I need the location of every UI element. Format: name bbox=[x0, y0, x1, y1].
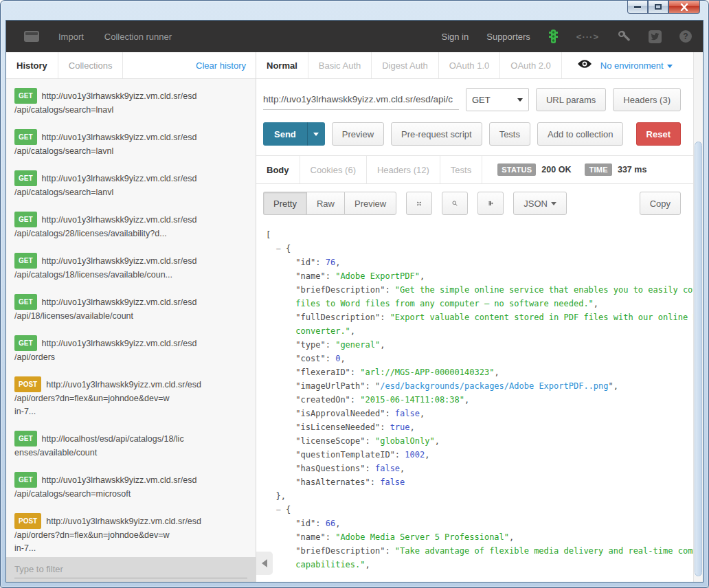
supporters-button[interactable]: Supporters bbox=[486, 32, 530, 42]
send-button[interactable]: Send bbox=[263, 122, 307, 146]
code-line: "hasQuestions": false, bbox=[266, 462, 690, 475]
code-line: "licenseScope": "globalOnly", bbox=[266, 434, 690, 448]
wrench-icon[interactable] bbox=[617, 30, 631, 43]
tab-collections[interactable]: Collections bbox=[58, 52, 124, 78]
format-icon bbox=[488, 198, 493, 209]
maximize-button[interactable] bbox=[648, 1, 668, 14]
method-badge: GET bbox=[14, 170, 37, 186]
traffic-light-icon[interactable] bbox=[548, 29, 559, 44]
code-line: "briefDescription": "Get the simple onli… bbox=[266, 283, 690, 297]
close-button[interactable] bbox=[668, 1, 700, 14]
history-item[interactable]: GEThttp://localhost/esd/api/catalogs/18/… bbox=[6, 425, 256, 466]
format-select[interactable]: JSON bbox=[513, 192, 567, 215]
response-tabs: Body Cookies (6) Headers (12) Tests STAT… bbox=[256, 156, 693, 184]
method-badge: GET bbox=[14, 253, 37, 269]
code-line: "questionTemplateID": 1002, bbox=[266, 448, 690, 462]
sign-in-button[interactable]: Sign in bbox=[441, 32, 469, 42]
history-item[interactable]: GEThttp://uvo1y3lrhawskk9yizz.vm.cld.sr/… bbox=[6, 164, 256, 205]
expand-button[interactable] bbox=[406, 192, 432, 215]
format-button[interactable] bbox=[477, 192, 504, 215]
filter-input[interactable] bbox=[14, 561, 247, 578]
send-options-button[interactable] bbox=[307, 122, 325, 146]
tab-digest-auth[interactable]: Digest Auth bbox=[372, 52, 439, 78]
history-url: http://uvo1y3lrhawskk9yizz.vm.cld.sr/esd… bbox=[14, 339, 196, 362]
code-line: "createdOn": "2015-06-14T11:08:38", bbox=[266, 393, 690, 407]
view-preview-button[interactable]: Preview bbox=[344, 192, 396, 215]
response-code[interactable]: [ − { "id": 76, "name": "Adobe ExportPDF… bbox=[256, 223, 693, 582]
history-item[interactable]: GEThttp://uvo1y3lrhawskk9yizz.vm.cld.sr/… bbox=[6, 205, 256, 247]
minimize-button[interactable] bbox=[627, 1, 648, 14]
tab-oauth2[interactable]: OAuth 2.0 bbox=[500, 52, 562, 78]
top-toolbar: Import Collection runner Sign in Support… bbox=[6, 21, 703, 52]
tab-headers[interactable]: Headers (12) bbox=[367, 156, 440, 183]
clear-history-link[interactable]: Clear history bbox=[196, 60, 246, 71]
twitter-icon[interactable] bbox=[649, 30, 662, 43]
history-url: http://uvo1y3lrhawskk9yizz.vm.cld.sr/esd… bbox=[14, 133, 196, 156]
url-params-button[interactable]: URL params bbox=[536, 88, 606, 111]
copy-button[interactable]: Copy bbox=[640, 192, 681, 215]
code-line: files to Word files from any computer — … bbox=[266, 297, 690, 310]
view-controls: Pretty Raw Preview bbox=[256, 184, 693, 223]
history-url: http://uvo1y3lrhawskk9yizz.vm.cld.sr/esd… bbox=[14, 297, 196, 321]
sidebar-tabs: History Collections Clear history bbox=[6, 52, 256, 79]
sidebar-toggle-icon[interactable] bbox=[24, 31, 39, 42]
response-meta: STATUS 200 OK TIME 337 ms bbox=[482, 156, 655, 183]
view-raw-button[interactable]: Raw bbox=[306, 192, 344, 215]
code-line: "type": "general", bbox=[266, 338, 690, 352]
history-url: http://uvo1y3lrhawskk9yizz.vm.cld.sr/esd… bbox=[14, 215, 196, 238]
history-url: http://uvo1y3lrhawskk9yizz.vm.cld.sr/esd… bbox=[14, 256, 196, 280]
history-item[interactable]: GEThttp://uvo1y3lrhawskk9yizz.vm.cld.sr/… bbox=[6, 466, 256, 507]
send-row: Send Preview Pre-request script Tests Ad… bbox=[256, 118, 693, 156]
code-line: }, bbox=[266, 489, 690, 503]
search-button[interactable] bbox=[442, 192, 468, 215]
history-item[interactable]: POSThttp://uvo1y3lrhawskk9yizz.vm.cld.sr… bbox=[6, 507, 256, 557]
tab-oauth1[interactable]: OAuth 1.0 bbox=[439, 52, 501, 78]
help-icon[interactable]: ? bbox=[679, 30, 692, 43]
code-brackets-icon[interactable]: <···> bbox=[576, 32, 599, 42]
method-badge: POST bbox=[14, 376, 41, 392]
code-line: "fullDescription": "Export valuable cont… bbox=[266, 310, 690, 324]
eye-icon[interactable] bbox=[577, 59, 592, 71]
collection-runner-button[interactable]: Collection runner bbox=[104, 32, 172, 42]
reset-button[interactable]: Reset bbox=[636, 122, 681, 146]
history-item[interactable]: GEThttp://uvo1y3lrhawskk9yizz.vm.cld.sr/… bbox=[6, 82, 256, 123]
code-line: capabilities.", bbox=[266, 558, 690, 572]
chevron-down-icon bbox=[551, 202, 556, 205]
tab-basic-auth[interactable]: Basic Auth bbox=[308, 52, 372, 78]
tab-response-tests[interactable]: Tests bbox=[440, 156, 482, 183]
history-item[interactable]: GEThttp://uvo1y3lrhawskk9yizz.vm.cld.sr/… bbox=[6, 288, 256, 329]
code-line: "isLicenseNeeded": true, bbox=[266, 420, 690, 434]
code-line: "id": 76, bbox=[266, 256, 690, 269]
history-item[interactable]: GEThttp://uvo1y3lrhawskk9yizz.vm.cld.sr/… bbox=[6, 247, 256, 288]
tests-button[interactable]: Tests bbox=[489, 122, 530, 146]
scrollbar-thumb[interactable] bbox=[695, 142, 702, 576]
auth-tabs: Normal Basic Auth Digest Auth OAuth 1.0 … bbox=[256, 52, 693, 79]
environment-selector[interactable]: No environment bbox=[600, 60, 673, 71]
minimize-icon bbox=[634, 6, 641, 8]
history-url: http://uvo1y3lrhawskk9yizz.vm.cld.sr/esd… bbox=[14, 475, 196, 499]
headers-button[interactable]: Headers (3) bbox=[613, 88, 681, 111]
main-panel: Normal Basic Auth Digest Auth OAuth 1.0 … bbox=[256, 52, 693, 582]
add-to-collection-button[interactable]: Add to collection bbox=[537, 122, 623, 146]
tab-cookies[interactable]: Cookies (6) bbox=[300, 156, 367, 183]
method-select[interactable]: GET bbox=[466, 88, 529, 111]
tab-normal[interactable]: Normal bbox=[256, 52, 308, 78]
chevron-down-icon bbox=[517, 98, 523, 102]
vertical-scrollbar[interactable] bbox=[693, 52, 703, 582]
collapse-sidebar-button[interactable] bbox=[256, 552, 273, 575]
import-button[interactable]: Import bbox=[58, 32, 84, 42]
history-item[interactable]: GEThttp://uvo1y3lrhawskk9yizz.vm.cld.sr/… bbox=[6, 329, 256, 370]
preview-button[interactable]: Preview bbox=[332, 122, 384, 146]
url-input[interactable] bbox=[263, 89, 459, 110]
history-list: GEThttp://uvo1y3lrhawskk9yizz.vm.cld.sr/… bbox=[6, 79, 256, 557]
prerequest-script-button[interactable]: Pre-request script bbox=[391, 122, 482, 146]
close-icon bbox=[680, 3, 688, 11]
view-pretty-button[interactable]: Pretty bbox=[263, 192, 306, 215]
tab-body[interactable]: Body bbox=[256, 156, 300, 183]
tab-history[interactable]: History bbox=[6, 52, 58, 78]
chevron-down-icon bbox=[667, 65, 673, 68]
url-row: GET URL params Headers (3) bbox=[256, 79, 693, 118]
history-item[interactable]: POSThttp://uvo1y3lrhawskk9yizz.vm.cld.sr… bbox=[6, 370, 256, 425]
status-value: 200 OK bbox=[541, 165, 571, 174]
history-item[interactable]: GEThttp://uvo1y3lrhawskk9yizz.vm.cld.sr/… bbox=[6, 123, 256, 164]
